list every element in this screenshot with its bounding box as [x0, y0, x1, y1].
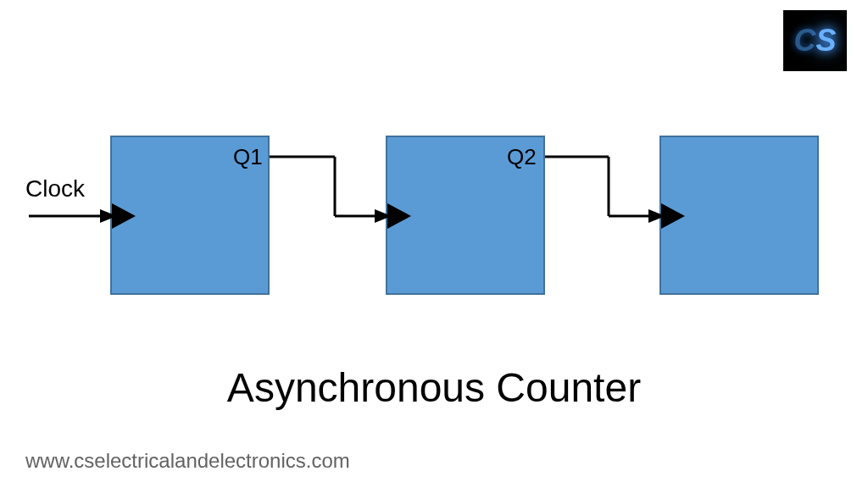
- output-q2-label: Q2: [507, 144, 537, 170]
- logo-text: CS: [793, 23, 836, 58]
- diagram-container: Clock Q1 Q2: [0, 123, 868, 326]
- diagram-title: Asynchronous Counter: [0, 364, 868, 411]
- logo-letter-c: C: [793, 23, 815, 58]
- logo-letter-s: S: [815, 23, 836, 58]
- website-url: www.cselectricalandelectronics.com: [25, 449, 350, 473]
- clock-input-label: Clock: [25, 175, 85, 202]
- output-q1-label: Q1: [233, 144, 263, 170]
- flipflop-block-3: [659, 136, 819, 295]
- site-logo: CS: [783, 10, 847, 71]
